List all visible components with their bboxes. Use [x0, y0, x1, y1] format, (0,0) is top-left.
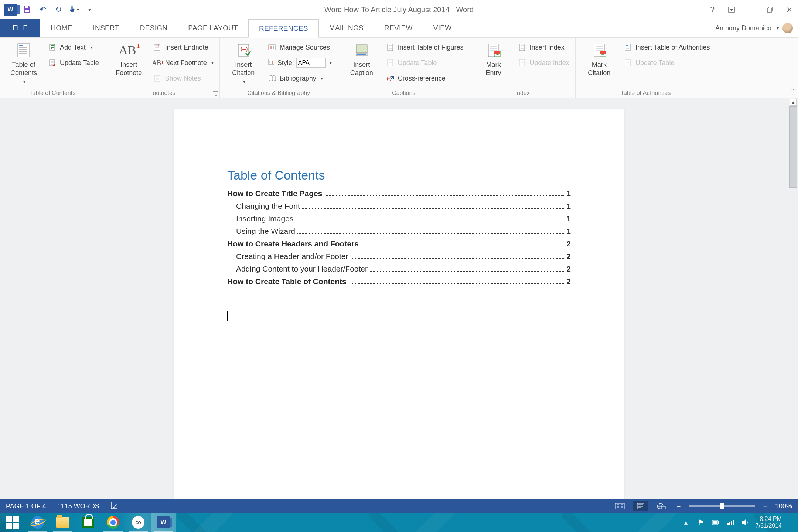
mark-entry-label: Mark Entry: [486, 61, 501, 77]
svg-text:(-): (-): [269, 60, 273, 64]
tab-mailings[interactable]: MAILINGS: [319, 19, 374, 37]
help-icon[interactable]: ?: [707, 4, 717, 15]
style-value-input[interactable]: [296, 58, 326, 68]
taskbar-explorer[interactable]: [50, 513, 75, 532]
chevron-down-icon: ▾: [23, 79, 25, 84]
show-notes-button[interactable]: Show Notes: [153, 72, 214, 84]
user-menu[interactable]: Anthony Domanico ▾: [715, 23, 793, 33]
read-mode-view-button[interactable]: [613, 501, 627, 511]
captions-update-table-button[interactable]: Update Table: [386, 57, 464, 69]
tab-references[interactable]: REFERENCES: [248, 19, 319, 38]
toc-entry[interactable]: Changing the Font1: [227, 202, 571, 211]
update-index-button[interactable]: Update Index: [518, 57, 569, 69]
insert-caption-label: Insert Caption: [350, 61, 373, 77]
minimize-icon[interactable]: —: [746, 4, 756, 15]
toc-entry-text: Using the Wizard: [236, 227, 295, 236]
insert-footnote-button[interactable]: AB1 Insert Footnote: [111, 41, 147, 88]
insert-table-of-figures-button[interactable]: Insert Table of Figures: [386, 41, 464, 53]
vertical-scrollbar[interactable]: ▲ ▼: [788, 98, 798, 513]
insert-index-button[interactable]: Insert Index: [518, 41, 569, 53]
style-icon: (-): [268, 59, 275, 67]
toc-leader-dots: [361, 246, 564, 246]
insert-caption-button[interactable]: Insert Caption: [344, 41, 379, 88]
group-label: Index: [476, 88, 569, 97]
show-hidden-icon[interactable]: ▴: [682, 518, 690, 527]
add-text-button[interactable]: + Add Text▾: [48, 41, 99, 53]
citation-icon: (–): [235, 42, 252, 58]
update-icon: [386, 58, 395, 67]
tab-review[interactable]: REVIEW: [374, 19, 423, 37]
scroll-up-icon[interactable]: ▲: [790, 99, 797, 106]
mark-citation-button[interactable]: Mark Citation: [582, 41, 617, 88]
citation-style-select[interactable]: (-) Style: ▾: [268, 57, 332, 69]
insert-toa-label: Insert Table of Authorities: [635, 44, 710, 51]
toa-update-table-button[interactable]: Update Table: [624, 57, 710, 69]
bibliography-icon: [268, 74, 277, 83]
wifi-icon[interactable]: [726, 518, 735, 527]
tab-view[interactable]: VIEW: [423, 19, 462, 37]
zoom-level[interactable]: 100%: [775, 502, 792, 510]
touch-mode-icon[interactable]: ▾: [69, 4, 79, 15]
tab-page-layout[interactable]: PAGE LAYOUT: [178, 19, 248, 37]
close-icon[interactable]: ×: [784, 4, 794, 15]
action-center-icon[interactable]: ⚑: [696, 518, 705, 527]
word-count[interactable]: 1115 WORDS: [57, 502, 99, 510]
toc-entry[interactable]: Using the Wizard1: [227, 227, 571, 236]
toc-entry[interactable]: How to Create Headers and Footers2: [227, 239, 571, 248]
manage-sources-label: Manage Sources: [280, 44, 330, 51]
dialog-launcher-icon[interactable]: [213, 91, 218, 96]
toc-entry[interactable]: Adding Content to your Header/Footer2: [227, 265, 571, 273]
toc-entry[interactable]: How to Create Title Pages1: [227, 189, 571, 198]
document-page[interactable]: Table of Contents How to Create Title Pa…: [174, 109, 624, 513]
insert-index-icon: [518, 43, 527, 52]
collapse-ribbon-icon[interactable]: ˆ: [792, 88, 794, 95]
taskbar-word[interactable]: W: [151, 513, 176, 532]
tab-home[interactable]: HOME: [40, 19, 82, 37]
zoom-out-button[interactable]: −: [675, 502, 683, 510]
print-layout-view-button[interactable]: [633, 501, 648, 511]
toc-entry[interactable]: Creating a Header and/or Footer2: [227, 252, 571, 261]
manage-sources-button[interactable]: Manage Sources: [268, 41, 332, 53]
web-layout-view-button[interactable]: [654, 501, 669, 511]
insert-citation-button[interactable]: (–) Insert Citation ▾: [226, 41, 261, 88]
zoom-in-button[interactable]: +: [761, 502, 769, 510]
battery-icon[interactable]: [711, 518, 720, 527]
toc-entry[interactable]: How to Create Table of Contents2: [227, 277, 571, 286]
undo-icon[interactable]: ↶: [38, 4, 48, 15]
zoom-slider[interactable]: [689, 505, 755, 507]
taskbar-clock[interactable]: 8:24 PM 7/31/2014: [756, 516, 786, 529]
page-indicator[interactable]: PAGE 1 OF 4: [6, 502, 46, 510]
volume-icon[interactable]: [741, 518, 750, 527]
start-button[interactable]: [0, 513, 25, 532]
taskbar-chrome[interactable]: [100, 513, 126, 532]
show-notes-label: Show Notes: [165, 75, 201, 82]
save-icon[interactable]: [22, 4, 33, 15]
cross-reference-button[interactable]: (-) Cross-reference: [386, 72, 464, 84]
scroll-thumb[interactable]: [789, 106, 797, 188]
word-icon: W: [157, 516, 170, 528]
insert-endnote-button[interactable]: i Insert Endnote: [153, 41, 214, 53]
tab-file[interactable]: FILE: [0, 19, 40, 37]
redo-icon[interactable]: ↻: [53, 4, 64, 15]
table-of-contents-button[interactable]: Table of Contents ▾: [6, 41, 41, 88]
mark-entry-button[interactable]: Mark Entry: [476, 41, 511, 88]
ribbon-display-icon[interactable]: [726, 4, 737, 15]
tab-insert[interactable]: INSERT: [83, 19, 130, 37]
bibliography-button[interactable]: Bibliography▾: [268, 72, 332, 84]
next-footnote-button[interactable]: AB1 Next Footnote▾: [153, 57, 214, 69]
toc-entry[interactable]: Inserting Images1: [227, 214, 571, 223]
chrome-icon: [107, 516, 119, 529]
taskbar-app[interactable]: ∞: [126, 513, 151, 532]
taskbar-ie[interactable]: [25, 513, 50, 532]
qat-customize-icon[interactable]: ▾: [84, 4, 95, 15]
toc-entry-text: Changing the Font: [236, 202, 300, 211]
insert-toa-button[interactable]: Insert Table of Authorities: [624, 41, 710, 53]
spell-check-icon[interactable]: [110, 501, 119, 511]
toc-leader-dots: [297, 233, 564, 234]
update-table-button[interactable]: Update Table: [48, 57, 99, 69]
restore-icon[interactable]: [765, 4, 775, 15]
crossref-icon: (-): [386, 74, 395, 83]
svg-rect-37: [600, 51, 606, 54]
tab-design[interactable]: DESIGN: [130, 19, 178, 37]
taskbar-store[interactable]: [75, 513, 100, 532]
